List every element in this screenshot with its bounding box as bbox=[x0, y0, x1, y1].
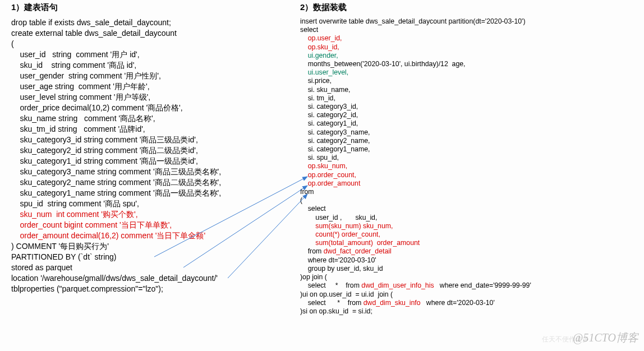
code-line: sku_num int comment '购买个数', bbox=[11, 209, 292, 220]
code-line: op.user_id, bbox=[300, 34, 625, 43]
code-line: count(*) order_count, bbox=[300, 230, 625, 239]
code-line: stored as parquet bbox=[11, 262, 292, 273]
code-line: where dt='2020-03-10' bbox=[300, 256, 625, 265]
code-line: select bbox=[300, 205, 625, 213]
code-line: ( bbox=[11, 39, 292, 49]
code-line: order_price decimal(10,2) comment '商品价格'… bbox=[11, 103, 292, 113]
left-title: 1）建表语句 bbox=[11, 2, 292, 13]
code-line: sku_id string comment '商品 id', bbox=[11, 60, 292, 71]
code-line: spu_id string comment '商品 spu', bbox=[11, 198, 292, 209]
code-line: group by user_id, sku_id bbox=[300, 265, 625, 273]
code-line: months_between('2020-03-10', ui.birthday… bbox=[300, 60, 625, 68]
left-column: 1）建表语句 drop table if exists dws_sale_det… bbox=[11, 2, 292, 294]
code-line: user_level string comment '用户等级', bbox=[11, 92, 292, 103]
code-line: create external table dws_sale_detail_da… bbox=[11, 28, 292, 39]
right-column: 2）数据装载 insert overwrite table dws_sale_d… bbox=[300, 2, 625, 316]
right-code-block: insert overwrite table dws_sale_detail_d… bbox=[300, 17, 625, 316]
code-line: sku_category1_name string comment '商品一级品… bbox=[11, 188, 292, 198]
left-code-block: drop table if exists dws_sale_detail_day… bbox=[11, 17, 292, 294]
code-line: order_count bigint comment '当日下单单数', bbox=[11, 220, 292, 230]
code-line: si. category1_name, bbox=[300, 145, 625, 154]
code-line: op.sku_id, bbox=[300, 43, 625, 52]
code-line: si. category2_name, bbox=[300, 137, 625, 145]
code-line: si. tm_id, bbox=[300, 94, 625, 103]
code-line: insert overwrite table dws_sale_detail_d… bbox=[300, 17, 625, 26]
code-line: op.sku_num, bbox=[300, 162, 625, 170]
code-line: sku_name string comment '商品名称', bbox=[11, 113, 292, 124]
code-line: PARTITIONED BY (`dt` string) bbox=[11, 252, 292, 262]
code-line: sum(total_amount) order_amount bbox=[300, 239, 625, 247]
code-line: )op join ( bbox=[300, 273, 625, 281]
code-line: ( bbox=[300, 196, 625, 205]
code-line: si. category2_id, bbox=[300, 111, 625, 119]
code-line: from bbox=[300, 188, 625, 196]
code-line: from dwd_fact_order_detail bbox=[300, 247, 625, 256]
code-line: )si on op.sku_id = si.id; bbox=[300, 307, 625, 316]
code-line: si. spu_id, bbox=[300, 154, 625, 162]
code-line: select * from dwd_dim_user_info_his wher… bbox=[300, 281, 625, 290]
code-line: order_amount decimal(16,2) comment '当日下单… bbox=[11, 230, 292, 241]
code-line: si. category1_id, bbox=[300, 119, 625, 128]
code-line: tblproperties ("parquet.compression"="lz… bbox=[11, 284, 292, 294]
code-line: user_id , sku_id, bbox=[300, 214, 625, 222]
code-line: select bbox=[300, 26, 625, 34]
code-line: si. category3_id, bbox=[300, 103, 625, 111]
code-line: ui.gender, bbox=[300, 52, 625, 60]
code-line: sku_category3_name string comment '商品三级品… bbox=[11, 167, 292, 177]
right-title: 2）数据装载 bbox=[300, 2, 625, 13]
code-line: user_age string comment '用户年龄', bbox=[11, 81, 292, 92]
code-line: location '/warehouse/gmall/dws/dws_sale_… bbox=[11, 273, 292, 284]
code-line: sku_category3_id string comment '商品三级品类i… bbox=[11, 135, 292, 145]
code-line: si.price, bbox=[300, 77, 625, 85]
watermark: @51CTO博客 bbox=[573, 330, 638, 345]
code-line: ) COMMENT '每日购买行为' bbox=[11, 241, 292, 252]
code-line: sku_category2_id string comment '商品二级品类i… bbox=[11, 145, 292, 156]
code-line: si. sku_name, bbox=[300, 86, 625, 94]
code-line: op.order_count, bbox=[300, 171, 625, 179]
code-line: sku_category1_id string comment '商品一级品类i… bbox=[11, 156, 292, 167]
code-line: ui.user_level, bbox=[300, 68, 625, 77]
code-line: drop table if exists dws_sale_detail_day… bbox=[11, 17, 292, 28]
code-line: select * from dwd_dim_sku_info where dt=… bbox=[300, 299, 625, 307]
code-line: sum(sku_num) sku_num, bbox=[300, 222, 625, 230]
code-line: si. category3_name, bbox=[300, 128, 625, 137]
code-line: sku_tm_id string comment '品牌id', bbox=[11, 124, 292, 135]
code-line: user_id string comment '用户 id', bbox=[11, 49, 292, 60]
code-line: op.order_amount bbox=[300, 179, 625, 188]
code-line: user_gender string comment '用户性别', bbox=[11, 71, 292, 81]
watermark-faint: 任天不便作使多 bbox=[542, 335, 589, 344]
code-line: sku_category2_name string comment '商品二级品… bbox=[11, 177, 292, 188]
code-line: )ui on op.user_id = ui.id join ( bbox=[300, 290, 625, 299]
